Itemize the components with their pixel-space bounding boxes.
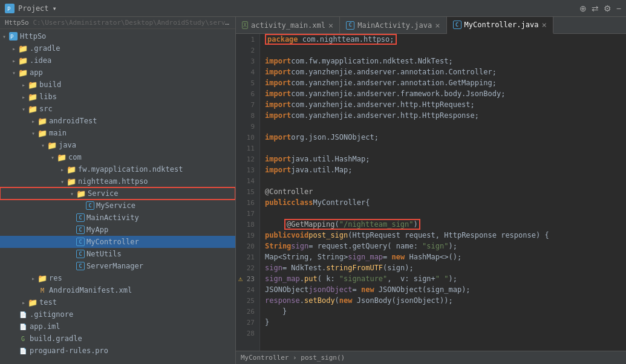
expand-arrow[interactable]: ▾ bbox=[48, 154, 57, 161]
tab-close-button[interactable]: × bbox=[435, 21, 440, 30]
tree-item-servermanager[interactable]: CServerManager bbox=[0, 260, 235, 272]
folder-icon: 📁 bbox=[57, 152, 67, 162]
expand-arrow[interactable]: ▸ bbox=[10, 57, 18, 64]
tab-close-button[interactable]: × bbox=[328, 21, 333, 30]
code-line-26: } bbox=[265, 306, 621, 317]
code-line-22: sign = NdkTest.stringFromUTF(sign); bbox=[265, 262, 621, 273]
tree-item-myapp[interactable]: CMyApp bbox=[0, 224, 235, 236]
tree-item-appiml[interactable]: 📄app.iml bbox=[0, 320, 235, 333]
line-number-27: 27 bbox=[236, 317, 259, 328]
line-num-text: 24 bbox=[247, 286, 255, 294]
settings-button[interactable]: ⚙ bbox=[604, 4, 611, 13]
expand-arrow[interactable]: ▾ bbox=[68, 190, 76, 197]
code-line-1: package com.nightteam.httpso; bbox=[265, 34, 621, 45]
tree-item-res[interactable]: ▸📁res bbox=[0, 272, 235, 284]
expand-arrow[interactable]: ▾ bbox=[0, 33, 8, 40]
code-line-3: import com.fw.myapplication.ndktest.NdkT… bbox=[265, 56, 621, 67]
tree-item-label: .gitignore bbox=[30, 310, 73, 319]
code-line-25: response.setBody(new JsonBody(jsonObject… bbox=[265, 295, 621, 306]
expand-arrow[interactable]: ▸ bbox=[29, 118, 37, 125]
tab-main_activity[interactable]: CMainActivity.java× bbox=[340, 17, 446, 33]
java-icon: C bbox=[346, 21, 354, 30]
file-icon: 📄 bbox=[18, 322, 28, 331]
expand-arrow[interactable]: ▾ bbox=[39, 142, 47, 149]
tree-item-buildgradle[interactable]: Gbuild.gradle bbox=[0, 333, 235, 345]
tab-close-button[interactable]: × bbox=[541, 20, 546, 30]
code-line-12: import java.util.HashMap; bbox=[265, 154, 621, 164]
tree-item-label: MyService bbox=[96, 201, 135, 210]
tree-item-label: nightteam.httpso bbox=[78, 177, 148, 186]
line-num-text: 22 bbox=[247, 264, 255, 272]
tree-item-label: build.gradle bbox=[30, 334, 82, 343]
expand-arrow[interactable]: ▾ bbox=[10, 70, 18, 76]
expand-arrow[interactable]: ▾ bbox=[19, 106, 28, 112]
tree-item-gitignore[interactable]: 📄.gitignore bbox=[0, 308, 235, 320]
tree-item-proguard[interactable]: 📄proguard-rules.pro bbox=[0, 345, 235, 357]
line-number-21: 21 bbox=[236, 252, 259, 262]
code-line-10: import org.json.JSONObject; bbox=[265, 132, 621, 143]
expand-arrow[interactable]: ▸ bbox=[29, 275, 37, 282]
line-number-16: 16 bbox=[236, 197, 259, 208]
line-number-12: 12 bbox=[236, 154, 259, 164]
code-line-7: import com.yanzhenjie.andserver.http.Htt… bbox=[265, 99, 621, 110]
expand-arrow[interactable]: ▸ bbox=[10, 45, 18, 52]
layout-button[interactable]: ⇄ bbox=[592, 4, 599, 13]
tree-item-build-app[interactable]: ▸📁build bbox=[0, 79, 235, 91]
tree-item-src[interactable]: ▾📁src bbox=[0, 103, 235, 115]
file-icon: 📄 bbox=[18, 310, 28, 319]
tree-item-com[interactable]: ▾📁com bbox=[0, 151, 235, 163]
tree-item-idea[interactable]: ▸📁.idea bbox=[0, 54, 235, 67]
httpsso-label: HttpSo bbox=[5, 19, 29, 27]
expand-arrow[interactable]: ▸ bbox=[58, 166, 67, 173]
java-file-icon: C bbox=[76, 262, 85, 270]
tab-activity_main[interactable]: Xactivity_main.xml× bbox=[236, 17, 340, 33]
code-line-18: @GetMapping("/nightteam_sign") bbox=[265, 219, 621, 230]
expand-arrow[interactable]: ▾ bbox=[58, 178, 67, 185]
expand-arrow[interactable]: ▸ bbox=[19, 82, 28, 88]
code-line-15: @Controller bbox=[265, 186, 621, 197]
expand-arrow[interactable]: ▾ bbox=[29, 130, 37, 137]
line-number-14: 14 bbox=[236, 175, 259, 186]
minimize-button[interactable]: − bbox=[616, 4, 621, 13]
tree-item-test[interactable]: ▸📁test bbox=[0, 296, 235, 308]
tree-item-main[interactable]: ▾📁main bbox=[0, 127, 235, 139]
expand-arrow[interactable]: ▸ bbox=[19, 299, 28, 306]
tree-item-mycontroller[interactable]: CMyController bbox=[0, 236, 235, 248]
tab-my_controller[interactable]: CMyController.java× bbox=[447, 17, 553, 34]
code-content[interactable]: package com.nightteam.httpso; import com… bbox=[260, 34, 626, 351]
tree-item-libs[interactable]: ▸📁libs bbox=[0, 91, 235, 103]
line-number-3: 3 bbox=[236, 56, 259, 67]
tab-label: MyController.java bbox=[465, 21, 539, 29]
tree-item-label: fw.myapplication.ndktest bbox=[78, 165, 183, 174]
tree-item-androidtest[interactable]: ▸📁androidTest bbox=[0, 115, 235, 127]
line-number-4: 4 bbox=[236, 67, 259, 77]
title-bar-actions: ⊕ ⇄ ⚙ − bbox=[579, 4, 621, 13]
tree-item-java[interactable]: ▾📁java bbox=[0, 139, 235, 151]
dropdown-arrow[interactable]: ▾ bbox=[53, 4, 57, 13]
svg-text:P: P bbox=[7, 6, 11, 12]
tree-item-androidmanifest[interactable]: MAndroidManifest.xml bbox=[0, 284, 235, 296]
code-line-19: public void post_sign(HttpRequest reques… bbox=[265, 230, 621, 241]
line-number-24: 24 bbox=[236, 284, 259, 295]
tree-item-netutils[interactable]: CNetUtils bbox=[0, 248, 235, 260]
add-button[interactable]: ⊕ bbox=[579, 4, 587, 13]
line-num-text: 18 bbox=[247, 221, 255, 229]
java-file-icon: C bbox=[76, 226, 85, 234]
tree-item-httpsso[interactable]: ▾PHttpSo bbox=[0, 30, 235, 42]
tree-item-gradle[interactable]: ▸📁.gradle bbox=[0, 42, 235, 54]
tree-item-app[interactable]: ▾📁app bbox=[0, 67, 235, 79]
tree-item-label: Service bbox=[88, 189, 119, 198]
expand-arrow[interactable]: ▸ bbox=[19, 94, 28, 100]
tree-item-label: libs bbox=[39, 93, 57, 101]
tree-item-fw[interactable]: ▸📁fw.myapplication.ndktest bbox=[0, 163, 235, 175]
code-line-4: import com.yanzhenjie.andserver.annotati… bbox=[265, 67, 621, 77]
tree-item-service[interactable]: ▾📁Service bbox=[0, 187, 235, 200]
tree-item-mainactivity[interactable]: CMainActivity bbox=[0, 212, 235, 224]
getmapping-box: @GetMapping("/nightteam_sign") bbox=[284, 219, 420, 230]
tree-item-label: build bbox=[39, 80, 61, 89]
line-number-17: 17 bbox=[236, 208, 259, 219]
tree-item-nightteam[interactable]: ▾📁nightteam.httpso bbox=[0, 175, 235, 187]
tree-item-myservice[interactable]: CMyService bbox=[0, 200, 235, 212]
line-num-text: 21 bbox=[247, 253, 255, 261]
svg-text:P: P bbox=[10, 34, 14, 40]
